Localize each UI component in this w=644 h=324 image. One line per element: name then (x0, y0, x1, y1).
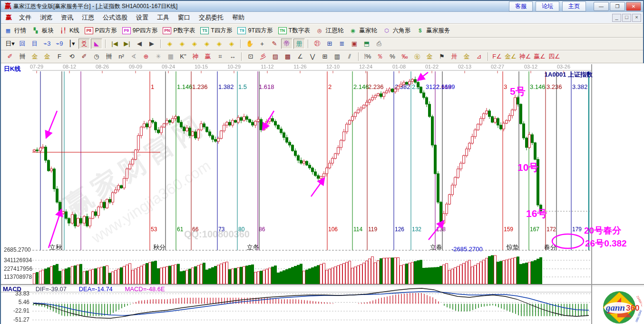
wave-band-icon[interactable]: 卅 (449, 51, 460, 62)
diamond-right-icon[interactable]: ◈ (176, 39, 188, 49)
t-number-button[interactable]: TNT数字表 (278, 27, 310, 35)
diamond-all-icon[interactable]: ◈ (214, 39, 225, 49)
span-arrows-icon[interactable]: ↔ (227, 51, 238, 62)
gold-slope-icon[interactable]: 金∠ (504, 51, 517, 62)
green-tool-icon[interactable]: 册 (293, 39, 305, 49)
shen-fence-icon[interactable]: 神 (190, 51, 201, 62)
v-line-icon[interactable]: ⋁ (307, 51, 318, 62)
customer-service-button[interactable]: 客服 (509, 1, 533, 11)
time-fence-icon[interactable]: 卌 (17, 51, 28, 62)
stats-percent-icon[interactable]: ⦙% (362, 51, 373, 62)
gold-band-icon[interactable]: ㊎ (411, 51, 423, 62)
menu-item-8[interactable]: 交易委托 (195, 12, 228, 23)
diamond-expand-icon[interactable]: ◈ (189, 39, 200, 49)
first-bar-icon[interactable]: |◀ (109, 39, 120, 49)
star-burst-icon[interactable]: ✳ (153, 51, 164, 62)
next-bar-icon[interactable]: ▶ (146, 39, 157, 49)
brush-red-icon[interactable]: ✐ (4, 51, 16, 62)
shen-slope-icon[interactable]: 神∠ (518, 51, 532, 62)
hexagon-button[interactable]: ⬡六角形 (382, 27, 411, 35)
period-day-dropdown[interactable]: 日▾ (4, 39, 16, 49)
minimize-button[interactable]: — (594, 2, 609, 11)
flag-mark-icon[interactable]: ⚑ (436, 51, 448, 62)
winner-service-button[interactable]: $赢家服务 (416, 27, 450, 35)
remote-net-icon[interactable]: ⬒ (361, 39, 372, 49)
t9-square-button[interactable]: T99T四方形 (237, 27, 273, 35)
diamond-left-icon[interactable]: ◈ (164, 39, 176, 49)
printer-icon[interactable]: ⎙ (373, 39, 385, 49)
slant-lines-icon[interactable]: ⫽ (344, 51, 355, 62)
k-count-icon[interactable]: K" (177, 51, 189, 62)
home-button[interactable]: 主页 (562, 1, 586, 11)
plain-fence-icon[interactable]: 卌 (103, 51, 115, 62)
child-minimize-button[interactable]: _ (612, 14, 621, 22)
menu-item-9[interactable]: 帮助 (228, 12, 249, 23)
ying-slope-icon[interactable]: 赢∠ (533, 51, 546, 62)
gann-overlay-icon[interactable]: 爻 (78, 39, 90, 49)
menu-item-3[interactable]: 江恩 (78, 12, 98, 23)
gold-fence-icon[interactable]: 金 (29, 51, 40, 62)
info-view-icon[interactable]: 目 (29, 39, 40, 49)
dense-box-icon[interactable]: ▩ (282, 51, 293, 62)
shaded-box-icon[interactable]: ▨ (270, 51, 281, 62)
permille-icon[interactable]: ‰ (399, 51, 410, 62)
brush2-icon[interactable]: ✐ (78, 51, 90, 62)
restore-button[interactable]: ❐ (610, 2, 625, 11)
child-close-button[interactable]: × (632, 14, 641, 22)
slope-icon[interactable]: ⊿ (473, 51, 485, 62)
wave9-icon[interactable]: ⌁9 (54, 39, 65, 49)
ying-fence-icon[interactable]: 赢 (202, 51, 214, 62)
percent-icon[interactable]: % (387, 51, 398, 62)
purple-tool-icon[interactable]: 帝 (281, 39, 293, 49)
gann-wheel-button[interactable]: ◎江恩轮 (315, 27, 344, 35)
menu-item-6[interactable]: 工具 (153, 12, 174, 23)
notepad-icon[interactable]: ≣ (336, 39, 348, 49)
child-restore-button[interactable]: □ (622, 14, 631, 22)
f-slope-icon[interactable]: F∠ (491, 51, 503, 62)
price-ruler-icon[interactable]: ⌗ (215, 51, 226, 62)
calendar-icon[interactable]: ㉑ (312, 39, 323, 49)
percent-red-icon[interactable]: ％ (374, 51, 386, 62)
spiral-icon[interactable]: ⟲ (66, 51, 78, 62)
last-bar-icon[interactable]: ▶| (121, 39, 133, 49)
chart-area[interactable]: 赢家财富网www.yingjia360.comQQ:10080036007-29… (1, 63, 644, 324)
menu-item-4[interactable]: 公式选股 (98, 12, 132, 23)
gold-level-icon[interactable]: 金 (424, 51, 435, 62)
fan-rays-icon[interactable]: 彡 (257, 51, 269, 62)
calculator-icon[interactable]: ⊞ (324, 39, 335, 49)
gann-circle-icon[interactable]: ⊕ (140, 51, 152, 62)
gold-fence2-icon[interactable]: 金 (41, 51, 53, 62)
forum-button[interactable]: 论坛 (536, 1, 559, 11)
diamond-reset-icon[interactable]: ◈ (226, 39, 237, 49)
angle-line-icon[interactable]: ∠ (294, 51, 306, 62)
gold-grid-icon[interactable]: 金 (461, 51, 472, 62)
mark-pen-icon[interactable]: ✎ (269, 39, 280, 49)
kline-button[interactable]: ╽╿K线 (59, 27, 79, 35)
t-square-button[interactable]: TST四方形 (200, 27, 232, 35)
menu-item-7[interactable]: 窗口 (174, 12, 195, 23)
hand-drag-icon[interactable]: ✋ (244, 39, 255, 49)
save-icon[interactable]: ▣ (349, 39, 360, 49)
zoom-area-icon[interactable]: 回 (17, 39, 28, 49)
cycle-clock-icon[interactable]: ◷ (91, 51, 102, 62)
p-number-button[interactable]: PNP数字表 (163, 27, 195, 35)
grid-box2-icon[interactable]: ▥ (332, 51, 343, 62)
quotes-button[interactable]: ▦行情 (4, 27, 26, 35)
p9-square-button[interactable]: P99P四方形 (122, 27, 158, 35)
p-square-button[interactable]: P8P四方形 (85, 27, 117, 35)
angle-measure-icon[interactable]: ∢ (128, 51, 139, 62)
wave3-icon[interactable]: ⌁3 (41, 39, 53, 49)
fib-fence-icon[interactable]: F (54, 51, 65, 62)
color-kline-icon[interactable]: ◣ (91, 39, 102, 49)
winner-wheel-button[interactable]: ◉赢家轮 (349, 27, 377, 35)
grid-box-icon[interactable]: ⊞ (319, 51, 331, 62)
sectors-button[interactable]: ▚板块 (31, 27, 54, 35)
prev-bar-icon[interactable]: ◀ (134, 39, 145, 49)
square-grid-icon[interactable]: ▦ (165, 51, 176, 62)
menu-item-0[interactable]: 文件 (15, 12, 36, 23)
diamond-shrink-icon[interactable]: ◈ (201, 39, 213, 49)
candle-style-dropdown[interactable]: ⎮▾ (66, 39, 78, 49)
four-slope-icon[interactable]: 四∠ (547, 51, 561, 62)
n2-fence-icon[interactable]: n² (116, 51, 127, 62)
crosshair-icon[interactable]: ＋ (256, 39, 268, 49)
